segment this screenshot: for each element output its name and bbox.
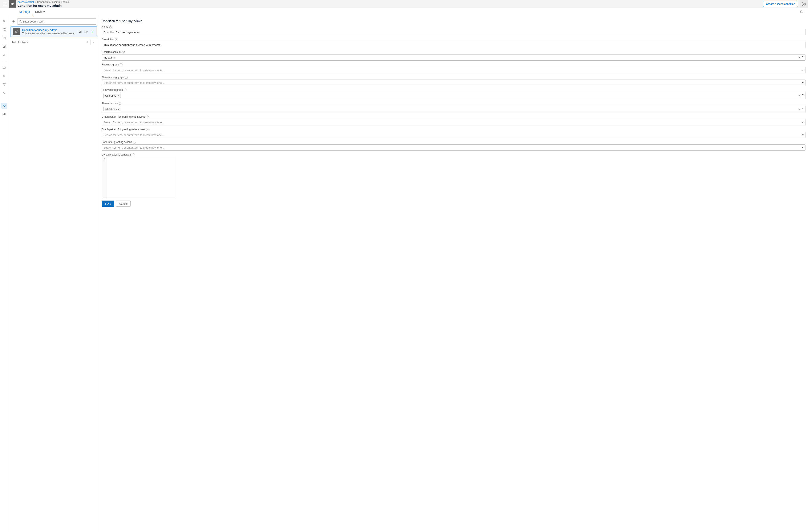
- clear-icon[interactable]: ×: [798, 94, 800, 97]
- top-bar: Access control / Condition for user: my-…: [0, 0, 808, 8]
- breadcrumb-current: Condition for user: my-admin: [37, 1, 70, 4]
- delete-icon[interactable]: [91, 30, 94, 34]
- clear-icon[interactable]: ×: [798, 108, 800, 111]
- requires-account-select[interactable]: my-admin ×: [102, 54, 806, 61]
- view-icon[interactable]: [78, 30, 82, 34]
- info-icon[interactable]: i: [119, 102, 122, 105]
- save-button[interactable]: Save: [102, 201, 114, 207]
- info-icon[interactable]: i: [115, 38, 118, 41]
- pagination-text: 1–1 of 1 items: [12, 41, 27, 44]
- info-icon[interactable]: i: [146, 128, 149, 131]
- svg-point-8: [4, 76, 5, 76]
- chevron-down-icon[interactable]: [802, 94, 804, 95]
- svg-rect-2: [3, 29, 4, 29]
- section-icon: [9, 0, 16, 7]
- svg-rect-4: [5, 30, 5, 31]
- nav-workflow-icon[interactable]: [1, 81, 7, 87]
- tab-manage[interactable]: Manage: [17, 8, 33, 15]
- label-allow-reading: Allow reading graph: [102, 76, 124, 79]
- search-input[interactable]: [22, 20, 94, 23]
- chevron-down-icon[interactable]: [802, 56, 804, 57]
- code-gutter: 1: [102, 157, 107, 198]
- svg-marker-29: [93, 41, 94, 43]
- search-input-wrap[interactable]: [17, 18, 96, 25]
- info-icon[interactable]: i: [132, 153, 134, 156]
- nav-chart-icon[interactable]: [1, 52, 7, 58]
- nav-hierarchy-icon[interactable]: [1, 26, 7, 32]
- chip-all-actions[interactable]: All Actions✕: [104, 107, 121, 111]
- dynamic-condition-editor[interactable]: 1: [102, 157, 176, 198]
- breadcrumb-link-root[interactable]: Access control: [17, 1, 34, 4]
- nav-activity-icon[interactable]: [1, 90, 7, 96]
- allow-writing-select[interactable]: All graphs✕ ×: [102, 92, 806, 99]
- label-allow-writing: Allow writing graph: [102, 88, 123, 91]
- tabs: Manage Review: [0, 8, 808, 15]
- label-requires-group: Requires group: [102, 63, 119, 66]
- chip-remove-icon[interactable]: ✕: [117, 94, 119, 97]
- info-icon[interactable]: i: [109, 25, 112, 28]
- info-icon[interactable]: i: [120, 63, 123, 66]
- create-access-condition-button[interactable]: Create access condition: [763, 1, 798, 7]
- pattern-actions-select[interactable]: Search for item, or enter term to create…: [102, 144, 806, 151]
- nav-settings-list-icon[interactable]: [1, 73, 7, 79]
- allow-reading-select[interactable]: Search for item, or enter term to create…: [102, 79, 806, 86]
- chevron-down-icon[interactable]: [802, 70, 804, 71]
- name-input[interactable]: Condition for user: my-admin: [102, 29, 806, 35]
- chevron-down-icon[interactable]: [802, 134, 804, 135]
- allowed-action-select[interactable]: All Actions✕ ×: [102, 106, 806, 113]
- svg-point-25: [16, 31, 17, 32]
- info-icon[interactable]: i: [125, 76, 128, 79]
- nav-access-control-icon[interactable]: [1, 103, 7, 109]
- nav-folder-icon[interactable]: [1, 65, 7, 71]
- info-icon[interactable]: i: [124, 89, 126, 91]
- chip-remove-icon[interactable]: ✕: [118, 108, 120, 111]
- breadcrumb-separator: /: [35, 1, 36, 4]
- nav-tools-icon[interactable]: [1, 18, 7, 24]
- clear-icon[interactable]: ×: [798, 56, 800, 59]
- svg-point-27: [80, 31, 80, 32]
- chevron-down-icon[interactable]: [802, 122, 804, 123]
- description-input[interactable]: This access condition was created with c…: [102, 42, 806, 48]
- card-type-icon: [13, 28, 20, 35]
- condition-card[interactable]: Condition for user: my-admin This access…: [11, 26, 97, 37]
- svg-point-18: [12, 3, 13, 4]
- chevron-down-icon[interactable]: [802, 147, 804, 148]
- edit-icon[interactable]: [85, 30, 88, 34]
- help-icon[interactable]: [800, 10, 804, 14]
- code-area[interactable]: [107, 157, 176, 198]
- nav-apps-icon[interactable]: [1, 111, 7, 117]
- nav-list-icon[interactable]: [1, 43, 7, 49]
- nav-vocab-icon[interactable]: [1, 35, 7, 41]
- pattern-write-select[interactable]: Search for item, or enter term to create…: [102, 132, 806, 138]
- back-button[interactable]: [11, 19, 16, 24]
- info-icon[interactable]: i: [146, 115, 149, 118]
- page-next-button[interactable]: [91, 40, 95, 45]
- tab-review[interactable]: Review: [33, 8, 47, 15]
- svg-marker-28: [87, 41, 88, 43]
- page-title: Condition for user: my-admin: [17, 4, 70, 7]
- svg-rect-17: [4, 114, 5, 115]
- rail-separator: [2, 99, 6, 99]
- info-icon[interactable]: i: [133, 141, 135, 144]
- requires-group-select[interactable]: Search for item, or enter term to create…: [102, 67, 806, 73]
- chevron-down-icon[interactable]: [802, 108, 804, 109]
- user-menu-button[interactable]: [800, 0, 808, 8]
- list-pane: Condition for user: my-admin This access…: [8, 15, 99, 532]
- cancel-button[interactable]: Cancel: [116, 201, 131, 207]
- page-prev-button[interactable]: [85, 40, 90, 45]
- svg-point-10: [3, 83, 4, 84]
- pattern-read-select[interactable]: Search for item, or enter term to create…: [102, 119, 806, 125]
- svg-point-20: [802, 2, 806, 6]
- label-requires-account: Requires account: [102, 51, 121, 53]
- svg-rect-14: [3, 113, 4, 114]
- svg-point-13: [3, 105, 4, 106]
- label-pattern-write: Graph pattern for granting write access: [102, 128, 145, 131]
- info-icon[interactable]: i: [122, 51, 125, 53]
- svg-point-19: [13, 3, 14, 3]
- chevron-down-icon[interactable]: [802, 82, 804, 83]
- svg-rect-3: [5, 29, 5, 29]
- left-navigation-rail: [0, 8, 8, 532]
- menu-toggle-button[interactable]: [0, 0, 8, 8]
- chip-all-graphs[interactable]: All graphs✕: [104, 94, 121, 98]
- pagination: 1–1 of 1 items: [11, 40, 97, 45]
